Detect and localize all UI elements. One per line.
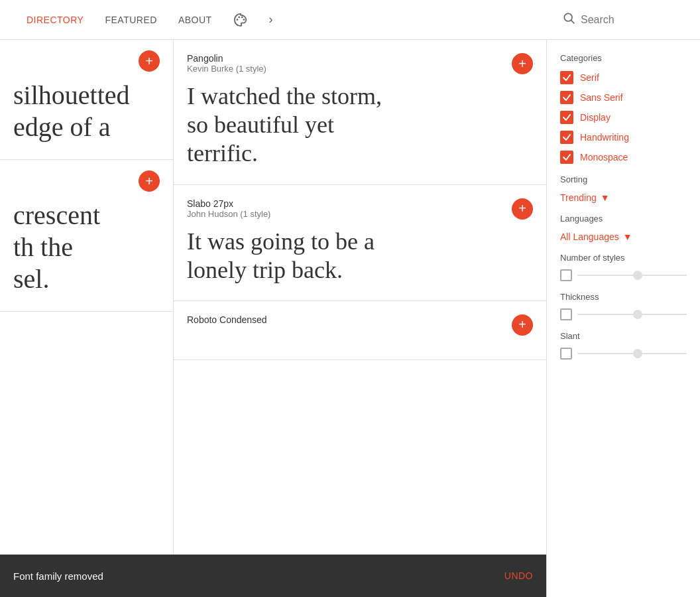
snackbar: Font family removed UNDO — [0, 555, 546, 597]
num-styles-slider-row — [560, 269, 687, 281]
font-author-pangolin: Kevin Burke (1 style) — [187, 64, 266, 74]
font-card-roboto: Roboto Condensed + — [174, 301, 546, 360]
checkbox-icon-handwriting — [560, 131, 573, 144]
checkbox-serif[interactable]: Serif — [560, 71, 687, 84]
sidebar: Categories Serif Sans Serif Display Hand… — [546, 40, 700, 597]
thickness-track[interactable] — [577, 314, 687, 315]
thickness-checkbox[interactable] — [560, 308, 572, 320]
font-name-slabo: Slabo 27px — [187, 198, 270, 209]
sorting-value: Trending — [560, 192, 597, 203]
checkbox-label-handwriting: Handwriting — [580, 132, 629, 143]
svg-point-2 — [241, 16, 243, 18]
font-author-slabo: John Hudson (1 style) — [187, 209, 270, 219]
left-card-top: + silhouetted edge of a — [0, 40, 173, 160]
thickness-title: Thickness — [560, 292, 687, 302]
checkbox-icon-sansserif — [560, 91, 573, 104]
svg-point-0 — [236, 19, 238, 21]
font-card-slabo: Slabo 27px John Hudson (1 style) + It wa… — [174, 185, 546, 301]
slant-slider-row — [560, 348, 687, 360]
languages-arrow-icon: ▼ — [623, 232, 632, 242]
slant-thumb[interactable] — [633, 349, 642, 358]
thickness-section: Thickness — [560, 292, 687, 320]
num-styles-title: Number of styles — [560, 253, 687, 263]
sorting-title: Sorting — [560, 174, 687, 184]
font-name-pangolin: Pangolin — [187, 53, 266, 64]
content-area: + silhouetted edge of a + crescent th th… — [0, 40, 546, 597]
num-styles-thumb[interactable] — [633, 271, 642, 280]
nav-featured[interactable]: FEATURED — [105, 15, 156, 25]
main-layout: + silhouetted edge of a + crescent th th… — [0, 40, 700, 597]
languages-dropdown[interactable]: All Languages ▼ — [560, 232, 687, 242]
add-button-roboto[interactable]: + — [512, 314, 533, 336]
add-button-slabo[interactable]: + — [512, 198, 533, 220]
search-icon[interactable] — [562, 11, 575, 28]
slant-section: Slant — [560, 331, 687, 360]
checkbox-label-sansserif: Sans Serif — [580, 92, 623, 103]
main-nav: DIRECTORY FEATURED ABOUT › — [27, 13, 273, 27]
slant-checkbox[interactable] — [560, 348, 572, 360]
search-input[interactable] — [581, 14, 687, 26]
add-font-button-left-top[interactable]: + — [139, 50, 160, 72]
svg-line-5 — [571, 21, 575, 24]
snackbar-undo-button[interactable]: UNDO — [504, 570, 533, 581]
checkbox-label-monospace: Monospace — [580, 152, 628, 163]
sorting-arrow-icon: ▼ — [601, 192, 610, 203]
nav-directory[interactable]: DIRECTORY — [27, 15, 84, 25]
left-card-bottom: + crescent th the sel. — [0, 160, 173, 312]
left-preview-bottom: crescent th the sel. — [13, 200, 160, 295]
num-styles-section: Number of styles — [560, 253, 687, 281]
checkbox-icon-display — [560, 111, 573, 124]
num-styles-checkbox[interactable] — [560, 269, 572, 281]
svg-point-1 — [238, 16, 240, 18]
add-button-pangolin[interactable]: + — [512, 53, 533, 74]
snackbar-text: Font family removed — [13, 570, 494, 582]
checkbox-handwriting[interactable]: Handwriting — [560, 131, 687, 144]
sorting-dropdown[interactable]: Trending ▼ — [560, 192, 687, 203]
num-styles-track[interactable] — [577, 275, 687, 276]
checkbox-icon-monospace — [560, 151, 573, 164]
checkbox-sansserif[interactable]: Sans Serif — [560, 91, 687, 104]
search-area — [562, 11, 687, 28]
thickness-thumb[interactable] — [633, 310, 642, 319]
nav-more-icon[interactable]: › — [269, 13, 273, 27]
checkbox-label-serif: Serif — [580, 72, 599, 83]
app-header: DIRECTORY FEATURED ABOUT › — [0, 0, 700, 40]
thickness-slider-row — [560, 308, 687, 320]
categories-title: Categories — [560, 53, 687, 63]
languages-title: Languages — [560, 214, 687, 224]
svg-point-4 — [564, 13, 572, 21]
checkbox-icon-serif — [560, 71, 573, 84]
slant-track[interactable] — [577, 353, 687, 354]
languages-value: All Languages — [560, 232, 619, 242]
checkbox-label-display: Display — [580, 112, 611, 123]
font-preview-slabo: It was going to be a lonely trip back. — [187, 228, 533, 285]
left-preview-top: silhouetted edge of a — [13, 80, 160, 143]
slant-title: Slant — [560, 331, 687, 341]
svg-point-3 — [243, 19, 245, 21]
checkbox-monospace[interactable]: Monospace — [560, 151, 687, 164]
nav-about[interactable]: ABOUT — [178, 15, 212, 25]
add-font-button-left-bottom[interactable]: + — [139, 170, 160, 192]
font-card-pangolin: Pangolin Kevin Burke (1 style) + I watch… — [174, 40, 546, 185]
font-preview-pangolin: I watched the storm, so beautiful yet te… — [187, 82, 533, 168]
left-column: + silhouetted edge of a + crescent th th… — [0, 40, 174, 597]
checkbox-display[interactable]: Display — [560, 111, 687, 124]
right-column: Pangolin Kevin Burke (1 style) + I watch… — [174, 40, 546, 597]
nav-palette-icon[interactable] — [233, 13, 248, 27]
font-name-roboto: Roboto Condensed — [187, 314, 267, 325]
